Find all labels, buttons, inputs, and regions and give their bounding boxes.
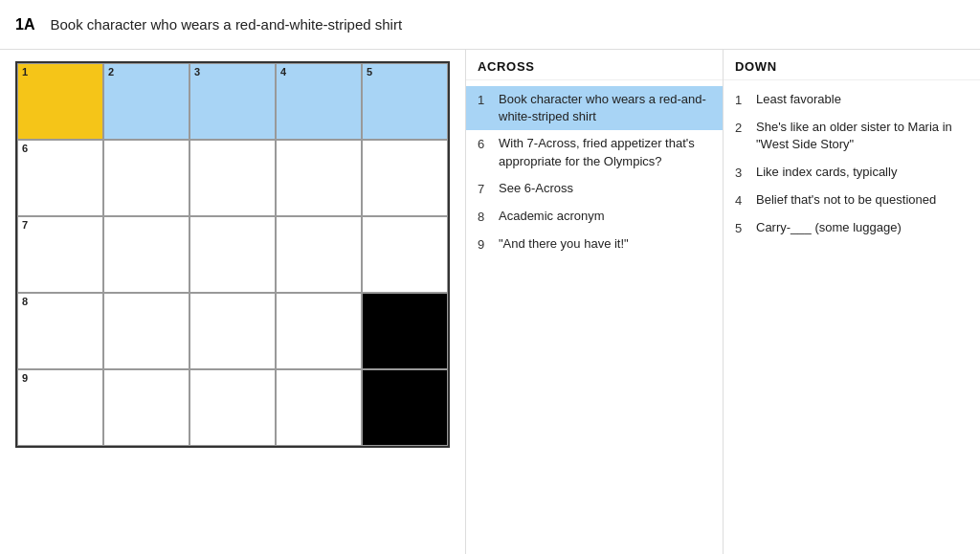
down-panel: DOWN 1Least favorable2She's like an olde…	[724, 50, 980, 554]
clue-number: 2	[735, 119, 756, 153]
grid-cell[interactable]	[189, 293, 276, 369]
cell-number-label: 4	[280, 67, 286, 78]
clue-number: 1	[478, 91, 499, 125]
down-clue-item[interactable]: 2She's like an older sister to Maria in …	[724, 114, 980, 158]
cell-number-label: 9	[22, 373, 28, 384]
down-clue-item[interactable]: 4Belief that's not to be questioned	[724, 187, 980, 214]
clue-number: 5	[735, 219, 756, 237]
clue-number: 6	[478, 135, 499, 169]
down-clue-item[interactable]: 1Least favorable	[724, 86, 980, 114]
clue-number: 3	[735, 164, 756, 182]
grid-cell[interactable]: 3	[189, 63, 276, 140]
grid-cell[interactable]	[276, 216, 362, 293]
grid-cell[interactable]	[362, 216, 448, 293]
clue-text: Carry-___ (some luggage)	[756, 219, 969, 237]
clue-panels: ACROSS 1Book character who wears a red-a…	[465, 50, 980, 554]
clue-text: Book character who wears a red-and-white…	[499, 91, 711, 125]
grid-cell[interactable]	[276, 293, 362, 369]
clue-bar: 1A Book character who wears a red-and-wh…	[0, 0, 980, 50]
grid-cell[interactable]	[276, 369, 362, 446]
cell-number-label: 8	[22, 297, 28, 307]
clue-text: See 6-Across	[499, 180, 711, 198]
across-clue-list: 1Book character who wears a red-and-whit…	[466, 80, 723, 554]
across-clue-item[interactable]: 8Academic acronym	[466, 203, 723, 231]
clue-number: 1	[735, 91, 756, 109]
cell-number-label: 2	[108, 67, 114, 78]
grid-cell[interactable]	[276, 140, 362, 216]
grid-cell[interactable]	[103, 293, 189, 369]
clue-number: 8	[478, 208, 499, 226]
clue-text: With 7-Across, fried appetizer that's ap…	[499, 135, 711, 169]
grid-cell[interactable]	[103, 140, 189, 216]
grid-cell[interactable]	[189, 369, 276, 446]
grid-container: 123456789	[0, 50, 465, 554]
grid-cell[interactable]	[189, 216, 276, 293]
down-clue-item[interactable]: 5Carry-___ (some luggage)	[724, 214, 980, 242]
clue-text: Least favorable	[756, 91, 969, 109]
cell-number-label: 3	[194, 67, 200, 78]
clue-text: She's like an older sister to Maria in "…	[756, 119, 969, 153]
main-area: 123456789 ACROSS 1Book character who wea…	[0, 50, 980, 554]
down-clue-item[interactable]: 3Like index cards, typically	[724, 159, 980, 187]
clue-text: Like index cards, typically	[756, 164, 969, 182]
across-clue-item[interactable]: 1Book character who wears a red-and-whit…	[466, 86, 723, 130]
down-clue-list: 1Least favorable2She's like an older sis…	[724, 80, 980, 554]
down-header: DOWN	[724, 50, 980, 80]
clue-bar-text: Book character who wears a red-and-white…	[50, 16, 402, 33]
cell-number-label: 5	[367, 67, 372, 78]
clue-number: 4	[735, 191, 756, 210]
grid-cell[interactable]: 4	[276, 63, 362, 140]
grid-cell[interactable]: 9	[17, 369, 103, 446]
grid-cell[interactable]	[103, 216, 189, 293]
across-header: ACROSS	[466, 50, 723, 80]
grid-cell[interactable]	[189, 140, 276, 216]
grid-cell[interactable]: 8	[17, 293, 103, 369]
grid-cell[interactable]	[103, 369, 189, 446]
grid-cell[interactable]: 2	[103, 63, 189, 140]
clue-text: Academic acronym	[499, 208, 711, 226]
grid-cell[interactable]: 7	[17, 216, 103, 293]
clue-bar-number: 1A	[15, 16, 34, 33]
cell-number-label: 7	[22, 220, 28, 231]
grid-cell[interactable]: 6	[17, 140, 103, 216]
crossword-grid: 123456789	[15, 61, 450, 448]
grid-cell[interactable]	[362, 293, 448, 369]
across-clue-item[interactable]: 6With 7-Across, fried appetizer that's a…	[466, 130, 723, 174]
clue-number: 9	[478, 235, 499, 254]
clue-text: Belief that's not to be questioned	[756, 191, 969, 210]
grid-cell[interactable]: 5	[362, 63, 448, 140]
across-panel: ACROSS 1Book character who wears a red-a…	[466, 50, 724, 554]
clue-text: "And there you have it!"	[499, 235, 711, 254]
clue-number: 7	[478, 180, 499, 198]
cell-number-label: 6	[22, 144, 28, 154]
grid-cell[interactable]	[362, 140, 448, 216]
across-clue-item[interactable]: 7See 6-Across	[466, 175, 723, 203]
cell-number-label: 1	[22, 67, 28, 78]
grid-cell[interactable]: 1	[17, 63, 103, 140]
grid-cell[interactable]	[362, 369, 448, 446]
across-clue-item[interactable]: 9"And there you have it!"	[466, 231, 723, 258]
